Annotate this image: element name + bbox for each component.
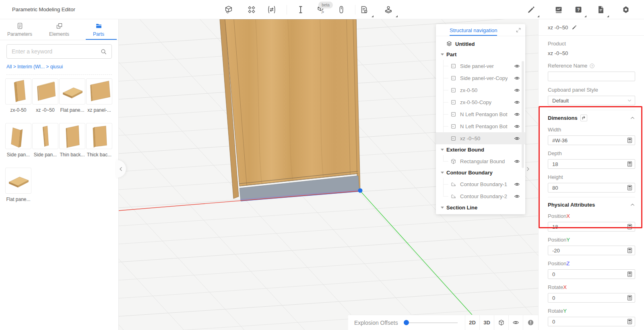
eye-icon[interactable] [514, 193, 520, 199]
calculator-icon[interactable] [627, 319, 633, 325]
chevron-right-icon [525, 166, 530, 172]
view-3d-button[interactable]: 3D [479, 315, 494, 330]
search-input[interactable] [7, 48, 100, 55]
tree-item[interactable]: Contour Boundary-1 [436, 178, 525, 190]
tree-section-exterior-bound[interactable]: Exterior Bound [436, 144, 525, 155]
component-icon[interactable] [247, 5, 256, 14]
explosion-offsets-slider-handle[interactable] [404, 320, 409, 325]
help-circle-icon[interactable]: ? [589, 63, 595, 69]
eye-icon[interactable] [514, 75, 520, 81]
part-item[interactable]: Flat pane... [5, 168, 31, 202]
eye-icon[interactable] [514, 111, 520, 117]
field-value: 80 [552, 185, 558, 191]
section-title: Dimensions [548, 115, 578, 121]
box-location-icon[interactable] [384, 5, 393, 14]
calculator-icon[interactable] [627, 248, 633, 254]
mouse-icon[interactable] [337, 5, 346, 14]
swap-arrows-icon[interactable] [267, 5, 276, 14]
tree-item[interactable]: Side panel-ver [436, 60, 525, 72]
pencil-icon[interactable] [527, 5, 536, 14]
tree-root-untitled[interactable]: Untitled [436, 39, 525, 49]
breadcrumb-link[interactable]: Interim (Wl... [17, 64, 45, 70]
visibility-button[interactable] [508, 315, 523, 330]
tab-structural-navigation[interactable]: Structural navigation [450, 27, 497, 33]
cupboard-panel-style-select[interactable]: Default [548, 96, 635, 105]
eye-icon[interactable] [514, 181, 520, 187]
tree-item[interactable]: zx-0-50 [436, 84, 525, 96]
cube-parts-icon[interactable] [224, 5, 233, 14]
part-item[interactable]: xz -0~50 [32, 78, 58, 113]
part-item[interactable]: Flat pane... [59, 78, 85, 113]
chevron-up-icon[interactable] [630, 202, 635, 207]
part-item[interactable]: Thick bac... [86, 123, 112, 158]
tree-section-section-line[interactable]: Section Line [436, 202, 525, 213]
tree-item[interactable]: Contour Boundary-2 [436, 190, 525, 202]
help-icon[interactable]: ? [574, 5, 583, 14]
calculator-icon[interactable] [627, 295, 633, 301]
field-input-rotatex[interactable]: 0 [548, 293, 635, 303]
section-title: Physical Attributes [548, 202, 595, 208]
tab-elements[interactable]: Elements [39, 19, 79, 40]
part-item[interactable]: zx-0-50 [5, 78, 31, 113]
tree-item-label: Side panel-ver [460, 63, 494, 69]
calculator-icon[interactable] [627, 161, 633, 167]
tree-item[interactable]: Rectangular Bound [436, 155, 525, 167]
eye-icon[interactable] [514, 87, 520, 93]
field-input-depth[interactable]: 18 [548, 159, 635, 169]
jump-icon[interactable] [580, 115, 587, 121]
origin-handle[interactable] [358, 189, 363, 193]
document-icon[interactable] [597, 5, 605, 14]
tree-section-contour-boundary[interactable]: Contour Boundary [436, 167, 525, 178]
section-header-dimensions[interactable]: Dimensions [548, 110, 635, 121]
part-item[interactable]: Side pan... [5, 123, 31, 158]
field-input-positionx[interactable]: 18 [548, 222, 635, 232]
field-input-height[interactable]: 80 [548, 183, 635, 193]
search-icon[interactable] [100, 48, 107, 55]
field-input-rotatey[interactable]: 0 [548, 317, 635, 326]
document-gear-icon[interactable] [360, 5, 369, 14]
chevron-left-icon [118, 166, 124, 172]
part-item[interactable]: xz panel-... [86, 78, 112, 113]
field-input-positionz[interactable]: 0 [548, 269, 635, 279]
eye-icon[interactable] [514, 99, 520, 105]
cube-view-button[interactable] [494, 315, 508, 330]
eye-icon[interactable] [514, 63, 520, 69]
reference-name-input[interactable] [548, 72, 635, 81]
cabinet-model[interactable] [119, 19, 486, 330]
calculator-icon[interactable] [627, 224, 633, 230]
eye-icon[interactable] [514, 158, 520, 164]
expand-panel-icon[interactable] [516, 27, 521, 33]
view-2d-button[interactable]: 2D [465, 315, 479, 330]
chevron-up-icon[interactable] [630, 115, 635, 121]
tree-section-part[interactable]: Part [436, 49, 525, 60]
tree-item[interactable]: Side panel-ver-Copy [436, 72, 525, 84]
breadcrumb-link[interactable]: All [6, 64, 12, 70]
field-input-width[interactable]: #W-36 [548, 135, 635, 145]
nut-icon[interactable] [621, 5, 630, 14]
part-item[interactable]: Thin back... [59, 123, 85, 158]
tree-item[interactable]: zx-0-50-Copy [436, 96, 525, 108]
tree-item[interactable]: xz -0~50 [436, 132, 525, 144]
tree-item[interactable]: N Left Pentagon Bottom... [436, 108, 525, 120]
tab-parts[interactable]: Parts [79, 19, 118, 40]
info-button[interactable] [523, 315, 538, 330]
breadcrumb-link[interactable]: qiusui [50, 64, 63, 70]
scrollbar-thumb[interactable] [522, 61, 524, 168]
eye-icon[interactable] [514, 123, 520, 129]
calculator-icon[interactable] [627, 137, 633, 143]
explosion-offsets-slider-track[interactable] [409, 322, 458, 323]
calculator-icon[interactable] [627, 271, 633, 277]
field-input-positiony[interactable]: -20 [548, 246, 635, 255]
dimension-icon[interactable] [296, 5, 305, 14]
part-item[interactable]: Side pan... [32, 123, 58, 158]
eye-icon[interactable] [514, 135, 520, 141]
product-value: xz -0~50 [548, 50, 635, 56]
calculator-icon[interactable] [627, 185, 633, 191]
edit-name-pencil-icon[interactable] [572, 25, 577, 30]
tree-item[interactable]: N Left Pentagon Bottom... [436, 120, 525, 132]
explosion-offsets-control: Explosion Offsets [348, 315, 465, 330]
monitor-chart-icon[interactable] [554, 5, 563, 14]
tab-parameters[interactable]: Parameters [0, 19, 39, 40]
section-header-physical-attributes[interactable]: Physical Attributes [548, 197, 635, 208]
collapse-panel-button[interactable] [524, 164, 531, 174]
